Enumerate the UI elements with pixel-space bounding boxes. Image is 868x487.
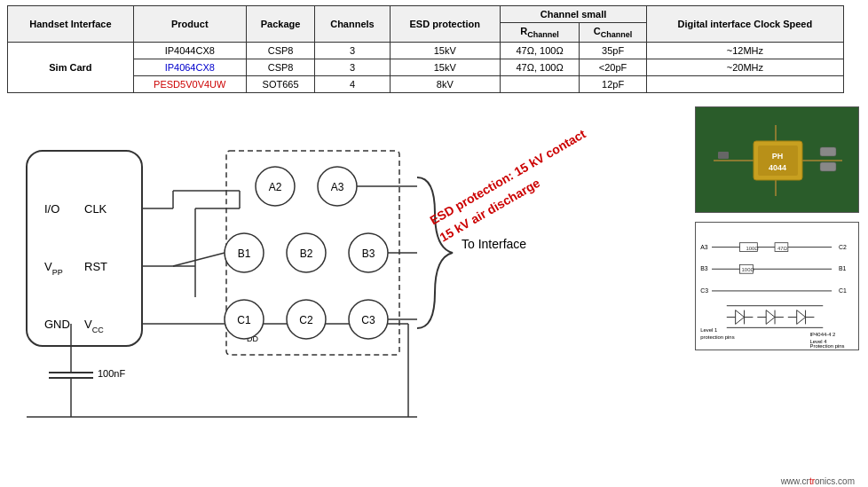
svg-text:C3: C3	[700, 287, 708, 294]
svg-rect-0	[27, 151, 142, 346]
chip-photo: PH 4044	[695, 106, 859, 213]
cell-channels-1: 3	[315, 43, 390, 59]
header-clock: Digital interface Clock Speed	[647, 6, 844, 43]
label-b2: B2	[300, 247, 313, 260]
schematic-diagram: A3 B3 C3 C2 B1 C1 100Ω 47Ω 100Ω Level 1	[695, 222, 859, 350]
svg-text:B3: B3	[700, 265, 708, 271]
svg-text:47Ω: 47Ω	[777, 246, 788, 251]
cell-channels-2: 3	[315, 59, 390, 76]
header-esd: ESD protection	[390, 6, 500, 43]
table-row: PESD5V0V4UW SOT665 4 8kV 12pF	[8, 76, 844, 93]
header-channel-small: Channel small	[501, 6, 647, 23]
svg-line-30	[173, 253, 225, 266]
cell-product-2: IP4064CX8	[133, 59, 246, 76]
cell-esd-3: 8kV	[390, 76, 500, 93]
cell-clock-2: ~20MHz	[647, 59, 844, 76]
label-clk: CLK	[84, 202, 107, 216]
svg-text:PH: PH	[772, 152, 784, 161]
website-prefix: www.cr	[781, 476, 809, 486]
svg-text:B1: B1	[839, 265, 847, 271]
header-channels: Channels	[315, 6, 390, 43]
cell-clock-1: ~12MHz	[647, 43, 844, 59]
header-r-channel: RChannel	[501, 23, 580, 43]
svg-rect-43	[718, 152, 729, 159]
cell-product-3: PESD5V0V4UW	[133, 76, 246, 93]
label-gnd: GND	[44, 318, 70, 331]
header-interface: Handset Interface	[8, 6, 134, 43]
svg-text:C2: C2	[839, 244, 847, 250]
svg-rect-41	[820, 147, 836, 156]
cell-clock-3	[647, 76, 844, 93]
cell-product-1: IP4044CX8	[133, 43, 246, 59]
cell-esd-2: 15kV	[390, 59, 500, 76]
chip-photo-inner: PH 4044	[696, 107, 858, 212]
label-b3: B3	[362, 247, 375, 260]
cell-c-2: <20pF	[580, 59, 647, 76]
label-b1: B1	[238, 247, 251, 260]
svg-text:A3: A3	[700, 244, 708, 250]
website-footer: www.crtronics.com	[781, 476, 855, 486]
label-a3: A3	[331, 181, 344, 193]
svg-text:Protection pins: Protection pins	[809, 343, 844, 349]
header-c-channel: CChannel	[580, 23, 647, 43]
sub-channel-r: Channel	[527, 30, 559, 39]
cell-esd-1: 15kV	[390, 43, 500, 59]
cell-c-1: 35pF	[580, 43, 647, 59]
cell-r-3	[501, 76, 580, 93]
svg-rect-42	[820, 162, 836, 171]
product-table: Handset Interface Product Package Channe…	[7, 5, 844, 93]
cell-interface: Sim Card	[8, 43, 134, 93]
svg-text:Level 1: Level 1	[700, 327, 717, 333]
label-c1: C1	[237, 314, 251, 326]
cell-package-2: CSP8	[246, 59, 315, 76]
website-suffix: onics.com	[815, 476, 855, 486]
diagram-section: I/O VPP GND CLK RST VCC VDD 100nF	[0, 98, 868, 487]
circuit-diagram: I/O VPP GND CLK RST VCC VDD 100nF	[0, 98, 604, 470]
cell-package-1: CSP8	[246, 43, 315, 59]
cell-channels-3: 4	[315, 76, 390, 93]
svg-rect-44	[696, 223, 857, 350]
svg-text:100Ω: 100Ω	[742, 267, 755, 272]
label-to-interface: To Interface	[462, 237, 526, 251]
schematic-svg: A3 B3 C3 C2 B1 C1 100Ω 47Ω 100Ω Level 1	[696, 223, 858, 350]
label-a2: A2	[269, 181, 282, 193]
cell-c-3: 12pF	[580, 76, 647, 93]
chip-svg: PH 4044	[696, 107, 859, 213]
svg-text:100Ω: 100Ω	[746, 246, 759, 251]
table-row: Sim Card IP4044CX8 CSP8 3 15kV 47Ω, 100Ω…	[8, 43, 844, 59]
cell-package-3: SOT665	[246, 76, 315, 93]
label-c2: C2	[299, 314, 313, 326]
label-io: I/O	[44, 202, 59, 216]
cell-r-1: 47Ω, 100Ω	[501, 43, 580, 59]
svg-text:protection pins: protection pins	[700, 334, 734, 340]
header-package: Package	[246, 6, 315, 43]
svg-text:C1: C1	[839, 287, 847, 294]
label-capacitor: 100nF	[98, 368, 125, 379]
table-row: IP4064CX8 CSP8 3 15kV 47Ω, 100Ω <20pF ~2…	[8, 59, 844, 76]
label-rst: RST	[84, 260, 107, 273]
header-product: Product	[133, 6, 246, 43]
svg-text:4044: 4044	[769, 163, 786, 172]
table-section: Handset Interface Product Package Channe…	[0, 0, 868, 97]
label-c3: C3	[361, 314, 375, 326]
sub-channel-c: Channel	[601, 30, 633, 39]
cell-r-2: 47Ω, 100Ω	[501, 59, 580, 76]
svg-text:IP4044-4 2: IP4044-4 2	[809, 332, 835, 337]
